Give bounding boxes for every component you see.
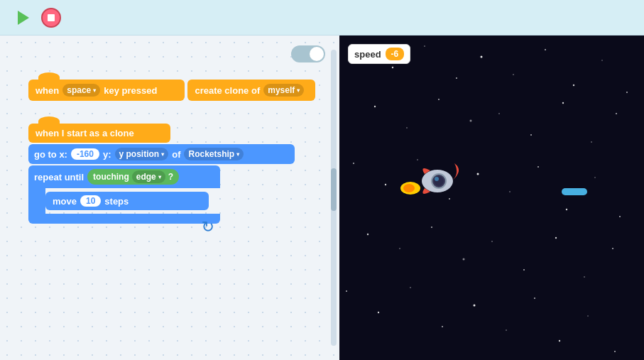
svg-point-16 — [530, 134, 532, 136]
toggle-button[interactable] — [291, 45, 325, 62]
stop-button[interactable] — [41, 8, 61, 28]
svg-point-39 — [346, 290, 347, 292]
svg-point-11 — [374, 106, 376, 107]
svg-point-12 — [406, 127, 408, 129]
svg-point-36 — [555, 237, 557, 239]
svg-point-31 — [399, 248, 400, 249]
svg-point-30 — [367, 234, 369, 235]
rocketship-dropdown-arrow-icon: ▾ — [236, 151, 239, 158]
svg-point-47 — [587, 315, 589, 317]
svg-point-26 — [537, 166, 539, 168]
c-block-content: move 10 steps — [45, 188, 220, 214]
svg-point-45 — [534, 298, 535, 299]
main-content: when space ▾ key pressed create clone of… — [0, 36, 644, 360]
svg-point-50 — [403, 184, 415, 192]
goto-label: go to x: — [34, 149, 67, 160]
svg-point-43 — [474, 305, 476, 307]
x-value-input[interactable]: -160 — [71, 148, 99, 160]
svg-point-15 — [498, 113, 500, 114]
stop-icon — [48, 14, 55, 21]
code-panel: when space ▾ key pressed create clone of… — [0, 36, 339, 360]
svg-point-18 — [591, 141, 592, 143]
move-label: move — [53, 196, 77, 207]
svg-point-54 — [435, 177, 439, 181]
touching-bool-block: touching edge ▾ ? — [87, 169, 179, 185]
svg-point-3 — [424, 45, 425, 47]
key-pressed-label: key pressed — [104, 85, 157, 96]
stage-panel: speed -6 — [339, 36, 644, 360]
question-mark: ? — [168, 172, 173, 182]
svg-point-42 — [442, 326, 443, 327]
svg-point-21 — [385, 184, 386, 185]
svg-point-34 — [491, 241, 493, 242]
svg-point-44 — [506, 329, 507, 331]
dropdown-arrow-icon: ▾ — [93, 87, 96, 94]
svg-point-10 — [626, 92, 628, 93]
svg-point-9 — [601, 60, 603, 61]
rocketship-dropdown[interactable]: Rocketship ▾ — [184, 148, 244, 160]
dropdown-arrow-icon-2: ▾ — [297, 87, 300, 94]
steps-label: steps — [104, 196, 129, 207]
blocks-container: when space ▾ key pressed create clone of… — [28, 78, 339, 224]
svg-point-37 — [584, 276, 585, 278]
speed-value: -6 — [386, 48, 405, 60]
block-group-2: when I start as a clone go to x: -160 y:… — [28, 124, 339, 224]
svg-point-5 — [481, 56, 483, 58]
y-position-dropdown[interactable]: y position ▾ — [115, 148, 169, 160]
c-block-foot: ↺ — [28, 214, 220, 224]
repeat-arrow-icon: ↺ — [202, 218, 214, 236]
repeat-until-top: repeat until touching edge ▾ ? — [28, 165, 220, 188]
space-dropdown[interactable]: space ▾ — [62, 84, 100, 97]
svg-point-19 — [616, 113, 617, 114]
touching-label: touching — [93, 172, 129, 182]
svg-point-2 — [392, 67, 393, 68]
svg-point-6 — [513, 74, 514, 75]
svg-point-46 — [559, 340, 560, 342]
svg-point-33 — [463, 258, 465, 261]
of-label: of — [172, 149, 180, 160]
svg-point-29 — [619, 216, 621, 217]
svg-point-13 — [438, 99, 440, 100]
svg-point-41 — [410, 287, 411, 288]
svg-point-7 — [545, 49, 546, 50]
rocket-sprite — [396, 149, 467, 213]
svg-point-14 — [470, 120, 472, 122]
svg-point-48 — [614, 351, 616, 352]
svg-point-38 — [612, 248, 613, 249]
y-dropdown-arrow-icon: ▾ — [161, 151, 164, 158]
when-clone-label: when I start as a clone — [36, 128, 134, 138]
create-clone-block: create clone of myself ▾ — [187, 80, 315, 101]
speed-badge: speed -6 — [348, 44, 410, 64]
speed-label: speed — [354, 49, 381, 60]
steps-value-input[interactable]: 10 — [80, 195, 101, 207]
when-key-pressed-block: when space ▾ key pressed — [28, 80, 185, 101]
myself-dropdown[interactable]: myself ▾ — [263, 84, 304, 97]
create-clone-label: create clone of — [195, 85, 260, 96]
goto-block: go to x: -160 y: y position ▾ of Rockets… — [28, 144, 295, 164]
svg-point-27 — [566, 209, 567, 210]
svg-point-35 — [523, 269, 525, 271]
svg-point-28 — [594, 177, 596, 178]
star-field — [339, 36, 644, 360]
c-block-inner: move 10 steps — [28, 188, 220, 214]
svg-marker-0 — [18, 11, 29, 25]
repeat-until-c-block: repeat until touching edge ▾ ? — [28, 165, 220, 224]
svg-point-20 — [353, 163, 354, 164]
edge-dropdown[interactable]: edge ▾ — [132, 170, 165, 183]
block-group-1: when space ▾ key pressed create clone of… — [28, 78, 339, 101]
svg-point-32 — [431, 227, 432, 228]
when-label: when — [36, 85, 59, 96]
svg-point-40 — [378, 312, 379, 313]
svg-point-24 — [477, 173, 479, 175]
laser-sprite — [562, 188, 587, 195]
svg-point-17 — [562, 102, 564, 104]
when-clone-block: when I start as a clone — [28, 124, 170, 143]
edge-dropdown-arrow-icon: ▾ — [158, 174, 161, 180]
svg-point-8 — [573, 84, 574, 86]
green-flag-button[interactable] — [11, 6, 34, 29]
svg-point-25 — [509, 191, 511, 192]
top-bar — [0, 0, 644, 36]
c-block-left-bar — [28, 188, 45, 214]
y-label: y: — [103, 149, 111, 160]
move-block: move 10 steps — [45, 192, 209, 210]
